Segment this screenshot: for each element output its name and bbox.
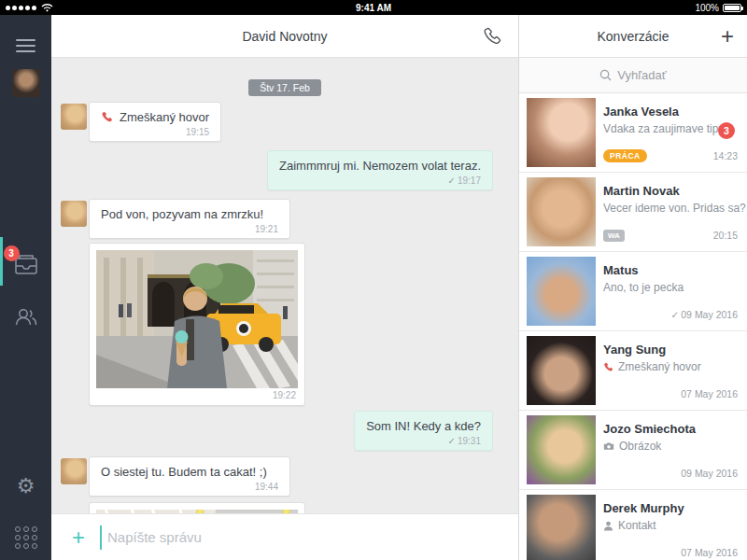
contact-name: Matus: [603, 263, 639, 277]
contact-avatar: [61, 201, 87, 227]
call-button[interactable]: [483, 27, 501, 46]
conversation-row-janka[interactable]: Janka Vesela Vdaka za zaujimave tipy 3 P…: [519, 93, 747, 173]
conversation-time: 14:23: [713, 150, 738, 161]
settings-gear-icon: ⚙: [17, 474, 35, 497]
message-text: Pod von, pozyvam na zmrzku!: [101, 207, 263, 221]
message-composer: +: [51, 513, 518, 560]
message-time: 19:44: [101, 482, 278, 492]
contact-name: Jozo Smiechota: [603, 422, 696, 436]
avatar: [527, 257, 596, 326]
unread-badge: 3: [718, 122, 735, 139]
sidebar-item-apps[interactable]: [0, 526, 51, 549]
message-text: Zaimmmruj mi. Nemozem volat teraz.: [279, 159, 481, 173]
avatar: [527, 98, 596, 167]
via-badge: WA: [603, 230, 625, 242]
sidebar-unread-badge: 3: [4, 245, 20, 261]
message-preview: Zmeškaný hovor: [618, 360, 701, 373]
message-text: O siestej tu. Budem ta cakat! ;): [101, 465, 267, 479]
phone-icon: [483, 27, 501, 46]
conversation-row-derek[interactable]: Derek Murphy Kontakt 07 May 2016: [519, 490, 747, 560]
current-user-avatar[interactable]: [12, 69, 40, 97]
status-bar: 9:41 AM 100%: [0, 0, 747, 15]
map-message-bubble[interactable]: 3A 3A Church St Mt Auburn St Quincy St: [89, 502, 305, 513]
avatar: [527, 415, 596, 484]
message-preview: Vecer ideme von. Pridas sa?: [603, 202, 746, 215]
sidebar-item-conversations[interactable]: 3: [0, 254, 51, 280]
chat-header: David Novotny: [51, 15, 518, 58]
street-photo: [96, 250, 298, 388]
message-bubble[interactable]: O siestej tu. Budem ta cakat! ;) 19:44: [89, 456, 290, 497]
conversations-title: Konverzácie: [519, 29, 747, 44]
message-incoming-map: 3A 3A Church St Mt Auburn St Quincy St: [51, 502, 518, 513]
battery-percent: 100%: [695, 3, 719, 13]
missed-call-icon: [101, 111, 113, 123]
message-input[interactable]: [107, 529, 505, 545]
message-incoming: O siestej tu. Budem ta cakat! ;) 19:44: [51, 456, 518, 497]
message-list: Štv 17. Feb Zmeškaný hovor 19:15: [51, 58, 518, 513]
contact-avatar: [61, 104, 87, 130]
message-bubble[interactable]: Zmeškaný hovor 19:15: [89, 102, 221, 142]
contacts-icon: [14, 306, 38, 327]
contact-name: Derek Murphy: [603, 501, 684, 515]
conversations-header: Konverzácie +: [519, 15, 747, 58]
search-bar[interactable]: Vyhľadať: [519, 58, 747, 93]
avatar: [527, 336, 596, 405]
date-divider: Štv 17. Feb: [248, 79, 321, 96]
battery-icon: [723, 4, 741, 12]
sent-check-icon: ✓: [448, 436, 456, 446]
message-outgoing: Zaimmmruj mi. Nemozem volat teraz. ✓19:1…: [51, 150, 518, 190]
conversation-time: 07 May 2016: [681, 388, 738, 399]
message-bubble[interactable]: Zaimmmruj mi. Nemozem volat teraz. ✓19:1…: [267, 150, 493, 190]
sidebar-item-contacts[interactable]: [0, 306, 51, 330]
photo-message-bubble[interactable]: 19:22: [89, 243, 305, 406]
contact-avatar: [61, 458, 87, 484]
left-sidebar: 3 ⚙: [0, 15, 51, 560]
missed-call-icon: [603, 362, 613, 372]
camera-icon: [603, 441, 614, 451]
conversation-list: Janka Vesela Vdaka za zaujimave tipy 3 P…: [519, 93, 747, 560]
conversation-row-martin[interactable]: Martin Novak Vecer ideme von. Pridas sa?…: [519, 173, 747, 252]
contact-name: Martin Novak: [603, 184, 680, 198]
status-time: 9:41 AM: [0, 3, 747, 13]
message-bubble[interactable]: Som IN! Kedy a kde? ✓19:31: [354, 411, 493, 451]
search-icon: [599, 69, 612, 81]
message-incoming-photo: 19:22: [51, 243, 518, 406]
search-placeholder: Vyhľadať: [617, 68, 666, 82]
sent-check-icon: ✓: [670, 309, 679, 320]
message-time: 19:15: [101, 127, 209, 137]
menu-icon[interactable]: [16, 35, 35, 56]
avatar: [527, 177, 596, 246]
conversations-panel: Konverzácie + Vyhľadať Janka Vesela Vdak…: [518, 15, 747, 560]
conversation-row-matus[interactable]: Matus Ano, to je pecka ✓09 May 2016: [519, 252, 747, 331]
chat-panel: David Novotny Štv 17. Feb: [51, 15, 518, 560]
conversation-row-yang[interactable]: Yang Sung Zmeškaný hovor 07 May 2016: [519, 331, 747, 411]
text-caret: [100, 525, 102, 550]
avatar: [527, 495, 596, 560]
message-time: 19:22: [96, 390, 296, 400]
new-conversation-button[interactable]: +: [721, 23, 734, 49]
message-text: Som IN! Kedy a kde?: [366, 419, 481, 433]
message-preview: Vdaka za zaujimave tipy: [603, 122, 724, 135]
sent-check-icon: ✓: [448, 175, 456, 186]
conversation-time: 07 May 2016: [681, 547, 738, 558]
message-time: 19:21: [101, 224, 278, 234]
conversation-time: 09 May 2016: [681, 468, 738, 479]
conversation-row-jozo[interactable]: Jozo Smiechota Obrázok 09 May 2016: [519, 411, 747, 490]
message-time: 19:31: [458, 436, 481, 446]
message-incoming-missed-call: Zmeškaný hovor 19:15: [51, 102, 518, 142]
work-tag: PRÁCA: [603, 149, 647, 162]
message-preview: Ano, to je pecka: [603, 281, 684, 294]
message-preview: Kontakt: [618, 519, 656, 532]
chat-contact-name: David Novotny: [51, 29, 518, 44]
message-preview: Obrázok: [619, 440, 661, 453]
apps-grid-icon: [0, 526, 51, 549]
map-image: 3A 3A Church St Mt Auburn St Quincy St: [96, 510, 298, 513]
contact-name: Janka Vesela: [603, 105, 679, 119]
sidebar-item-settings[interactable]: ⚙: [0, 476, 51, 497]
message-bubble[interactable]: Pod von, pozyvam na zmrzku! 19:21: [89, 199, 290, 239]
message-text: Zmeškaný hovor: [120, 110, 209, 124]
contact-icon: [603, 521, 613, 531]
message-outgoing: Som IN! Kedy a kde? ✓19:31: [51, 411, 518, 451]
attach-plus-button[interactable]: +: [64, 525, 92, 551]
message-time: 19:17: [458, 175, 481, 186]
